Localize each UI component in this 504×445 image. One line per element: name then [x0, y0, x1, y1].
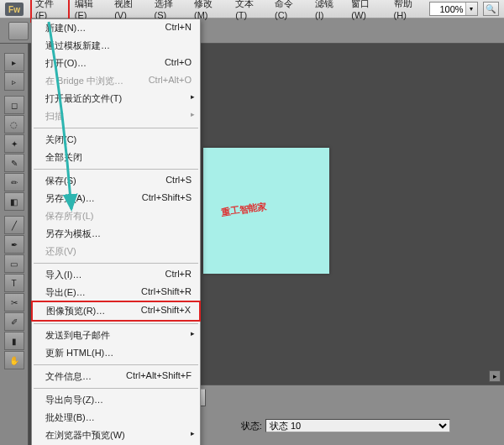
- lasso-tool-icon[interactable]: ◌: [4, 115, 24, 134]
- line-tool-icon[interactable]: ╱: [4, 216, 24, 234]
- menu-save-as-template[interactable]: 另存为模板…: [32, 225, 200, 243]
- menu-separator: [34, 388, 198, 389]
- pencil-tool-icon[interactable]: ✏: [4, 173, 24, 191]
- zoom-dropdown-icon[interactable]: ▾: [465, 3, 477, 15]
- menu-update-html[interactable]: 更新 HTML(H)…: [32, 344, 200, 362]
- menu-save[interactable]: 保存(S)Ctrl+S: [32, 172, 200, 190]
- menu-file-info[interactable]: 文件信息…Ctrl+Alt+Shift+F: [32, 368, 200, 385]
- menu-window[interactable]: 窗口(W): [346, 0, 388, 23]
- knife-tool-icon[interactable]: ✂: [4, 293, 24, 312]
- menu-image-preview[interactable]: 图像预览(R)…Ctrl+Shift+X: [31, 301, 201, 322]
- zoom-input[interactable]: [430, 4, 465, 14]
- rect-tool-icon[interactable]: ▭: [4, 254, 24, 273]
- menu-scan[interactable]: 扫描▸: [32, 107, 200, 125]
- zoom-box[interactable]: ▾: [429, 2, 478, 16]
- marquee-tool-icon[interactable]: ◻: [4, 96, 24, 114]
- menu-save-all[interactable]: 保存所有(L): [32, 207, 200, 225]
- state-label: 状态:: [241, 420, 262, 432]
- brush-tool-icon[interactable]: ✎: [4, 154, 24, 172]
- menu-commands[interactable]: 命令(C): [270, 0, 310, 23]
- submenu-arrow-icon: ▸: [191, 329, 195, 338]
- menu-browse-bridge[interactable]: 在 Bridge 中浏览…Ctrl+Alt+O: [32, 72, 200, 90]
- menu-new[interactable]: 新建(N)…Ctrl+N: [32, 19, 200, 37]
- menu-revert[interactable]: 还原(V): [32, 243, 200, 260]
- eraser-tool-icon[interactable]: ◧: [4, 192, 24, 211]
- canvas-text-object[interactable]: 重工智能家: [220, 200, 268, 219]
- submenu-arrow-icon: ▸: [191, 110, 195, 118]
- menu-import[interactable]: 导入(I)…Ctrl+R: [32, 266, 200, 284]
- menu-separator: [34, 364, 198, 365]
- menu-open-recent[interactable]: 打开最近的文件(T)▸: [32, 90, 200, 107]
- menu-new-from-template[interactable]: 通过模板新建…: [32, 37, 200, 55]
- search-icon[interactable]: 🔍: [483, 2, 499, 16]
- menu-text[interactable]: 文本(T): [230, 0, 270, 23]
- app-icon: Fw: [5, 3, 24, 16]
- canvas-document[interactable]: 重工智能家: [203, 148, 329, 274]
- text-tool-icon[interactable]: T: [4, 274, 24, 292]
- subselect-tool-icon[interactable]: ▹: [4, 72, 24, 91]
- pointer-tool-icon[interactable]: ▸: [4, 53, 24, 71]
- menu-separator: [34, 263, 198, 264]
- pen-tool-icon[interactable]: ✒: [4, 235, 24, 254]
- eyedropper-tool-icon[interactable]: ✐: [4, 312, 24, 331]
- state-dropdown[interactable]: 状态 10: [265, 419, 450, 432]
- hand-tool-icon[interactable]: ✋: [4, 351, 24, 369]
- wand-tool-icon[interactable]: ✦: [4, 134, 24, 153]
- file-dropdown-menu: 新建(N)…Ctrl+N 通过模板新建… 打开(O)…Ctrl+O 在 Brid…: [31, 18, 201, 445]
- menu-save-as[interactable]: 另存为(A)…Ctrl+Shift+S: [32, 190, 200, 207]
- menu-close-all[interactable]: 全部关闭: [32, 149, 200, 166]
- menu-export[interactable]: 导出(E)…Ctrl+Shift+R: [32, 284, 200, 301]
- menu-open[interactable]: 打开(O)…Ctrl+O: [32, 55, 200, 72]
- menu-filters[interactable]: 滤镜(I): [310, 0, 346, 23]
- menubar: Fw 文件(F) 编辑(E) 视图(V) 选择(S) 修改(M) 文本(T) 命…: [0, 0, 504, 18]
- menu-batch[interactable]: 批处理(B)…: [32, 409, 200, 427]
- submenu-arrow-icon: ▸: [191, 92, 195, 101]
- menu-separator: [34, 128, 198, 128]
- toolbar-button[interactable]: [8, 22, 29, 40]
- scroll-right-icon[interactable]: ▸: [489, 370, 501, 382]
- menu-help[interactable]: 帮助(H): [389, 0, 429, 23]
- menu-separator: [34, 169, 198, 170]
- menu-separator: [34, 323, 198, 324]
- submenu-arrow-icon: ▸: [191, 429, 195, 437]
- menu-send-email[interactable]: 发送到电子邮件▸: [32, 327, 200, 344]
- bucket-tool-icon[interactable]: ▮: [4, 332, 24, 350]
- menu-close[interactable]: 关闭(C): [32, 131, 200, 149]
- menu-export-wizard[interactable]: 导出向导(Z)…: [32, 391, 200, 409]
- tools-panel: 选 ▸ ▹ 位图 ◻ ◌ ✦ ✎ ✏ ◧ 矢量 ╱ ✒ ▭ T ✂ ✐ ▮ ✋: [0, 44, 29, 445]
- menu-preview-browser[interactable]: 在浏览器中预览(W)▸: [32, 427, 200, 444]
